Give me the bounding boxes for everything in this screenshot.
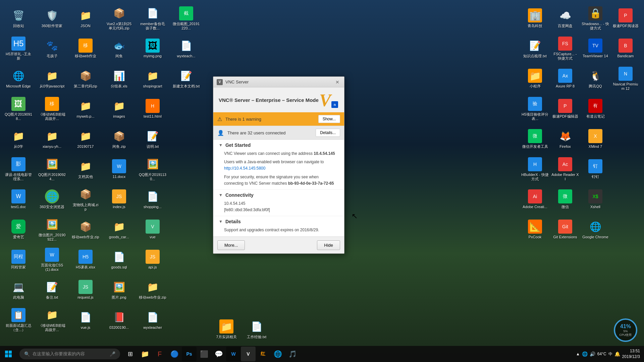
desktop-icon-images[interactable]: 📁 images	[104, 94, 134, 124]
desktop-icon-jisupdf2[interactable]: P 极速PDF阅读器	[610, 3, 641, 34]
desktop-icon-qqimg2[interactable]: 🖼️ QQ图片20191130...	[138, 154, 168, 184]
desktop-icon-hbuilderx[interactable]: H HBuilderX - 快捷方式	[520, 154, 550, 184]
desktop-icon-json[interactable]: 📁 JSON	[70, 3, 101, 34]
desktop-icon-newtxt[interactable]: 📝 新建文本文档.txt	[171, 64, 201, 94]
desktop-icon-jisupdf[interactable]: P 极速PDF编辑器	[550, 94, 580, 124]
desktop-icon-wendanqi[interactable]: 📁 文档其他	[70, 154, 101, 184]
desktop-icon-qq[interactable]: 🐧 腾讯QQ	[580, 64, 610, 94]
desktop-icon-h5kaiban[interactable]: H5 H5开班礼 -王永新	[3, 34, 34, 64]
desktop-icon-computer[interactable]: 💻 此电脑	[3, 275, 34, 305]
desktop-icon-yidongwork2[interactable]: 移 移动web作业	[70, 34, 101, 64]
desktop-icon-zhishi[interactable]: 📝 知识点梳理.txt	[520, 34, 550, 64]
desktop-icon-edge[interactable]: 🌐 Microsoft Edge	[3, 64, 34, 94]
desktop-icon-vuejs[interactable]: 📄 vue.js	[70, 305, 101, 335]
taskbar-filezilla[interactable]: F	[152, 347, 167, 361]
desktop-icon-goodscar[interactable]: 📁 goods_car...	[104, 215, 134, 245]
get-started-header[interactable]: ▼ Get Started	[219, 142, 339, 148]
desktop-icon-request[interactable]: JS request.js	[70, 275, 101, 305]
desktop-icon-yidong[interactable]: 📁 《移动WEB前端高级开...	[37, 305, 67, 335]
taskbar-search[interactable]: 🔍 在这里输入你要搜索的内容 🎤	[19, 349, 120, 359]
desktop-icon-pdf03[interactable]: 📕 03200190...	[104, 305, 134, 335]
desktop-icon-xshell[interactable]: X$ Xshell	[580, 184, 610, 215]
taskbar-music[interactable]: 🎵	[285, 347, 300, 361]
desktop-icon-yidongweb2[interactable]: 移 《移动WEB前端高级开...	[37, 94, 67, 124]
desktop-icon-git[interactable]: Git Git Extensions	[550, 215, 580, 245]
desktop-icon-360manager[interactable]: 🛡️ 360软件管家	[37, 3, 67, 34]
desktop-icon-adobe[interactable]: Ai Adobe Creati...	[520, 184, 550, 215]
desktop-icon-vuefile[interactable]: V vue	[138, 215, 168, 245]
desktop-icon-fscapture[interactable]: FS FSCapture... - 快捷方式	[550, 34, 580, 64]
vnc-close-button[interactable]: ✕	[334, 79, 341, 85]
desktop-icon-date717[interactable]: 📁 20190717	[70, 124, 101, 154]
desktop-icon-qingdao[interactable]: 🏢 青岛科技	[520, 3, 550, 34]
desktop-icon-code2[interactable]: 📦 第二章代码zip	[70, 64, 101, 94]
details-header[interactable]: ▼ Details	[219, 219, 339, 224]
taskbar-ime[interactable]: 中	[608, 351, 612, 357]
desktop-icon-wyxteach[interactable]: 📄 wyxteach...	[171, 34, 201, 64]
taskbar-notify-icon[interactable]: 🔔	[614, 351, 620, 357]
vnc-details-button[interactable]: Details...	[316, 129, 340, 137]
task-view-button[interactable]: ⊞	[123, 347, 138, 361]
desktop-icon-firefox[interactable]: 🦊 Firefox	[550, 124, 580, 154]
desktop-icon-teamviewer[interactable]: TV TeamViewer 14	[580, 34, 610, 64]
taskbar-explorer[interactable]: 📁	[138, 347, 152, 361]
desktop-icon-shopping[interactable]: 📄 shopping...	[138, 184, 168, 215]
desktop-icon-apijs[interactable]: JS api.js	[138, 245, 168, 275]
desktop-icon-7yrealtraining[interactable]: 📁 7月实训相关	[211, 314, 241, 345]
desktop-icon-tongcheng[interactable]: 同程 同程管家	[3, 245, 34, 275]
desktop-icon-h5validate[interactable]: 验 H5项目验收评分表...	[520, 94, 550, 124]
taskbar-wechat[interactable]: 💬	[211, 347, 226, 361]
desktop-icon-qqimg1[interactable]: 🖼️ QQ图片20190924...	[37, 154, 67, 184]
desktop-icon-googlechrome[interactable]: 🌐 Google Chrome	[580, 215, 610, 245]
taskbar-speaker-icon[interactable]: 🔊	[590, 351, 595, 357]
taskbar-vscode[interactable]: ⬛	[197, 347, 211, 361]
desktop-icon-dingding[interactable]: 钉 钉钉	[580, 154, 610, 184]
vnc-hide-button[interactable]: Hide	[317, 240, 340, 250]
desktop-icon-kecheng[interactable]: 影 课设-在线电影管理系...	[3, 154, 34, 184]
taskbar-arrow-up[interactable]: ▲	[576, 352, 580, 356]
desktop-icon-pxcook[interactable]: 📐 PxCook	[520, 215, 550, 245]
vnc-show-button[interactable]: Show...	[318, 115, 340, 123]
desktop-icon-yidongweb3[interactable]: 📁 移动web作业.zip	[138, 275, 168, 305]
desktop-icon-adobereader[interactable]: Ac Adobe Reader XI	[550, 154, 580, 184]
mic-icon[interactable]: 🎤	[110, 351, 115, 357]
desktop-icon-congtou[interactable]: 📁 从0学	[3, 124, 34, 154]
desktop-icon-wechatjpg[interactable]: 截 微信截图_20191220...	[171, 3, 201, 34]
desktop-icon-360browser[interactable]: 🌐 360安全浏览器	[37, 184, 67, 215]
desktop-icon-fengebiaoexcel[interactable]: 📊 分组表.xls	[104, 64, 134, 94]
vnc-more-button[interactable]: More...	[217, 240, 245, 250]
taskbar-photoshop[interactable]: Ps	[182, 347, 197, 361]
desktop-icon-indexjs[interactable]: JS index.js	[104, 184, 134, 215]
desktop-icon-yemianhua[interactable]: W 页面化妆CSS(1).docx	[37, 245, 67, 275]
desktop-icon-11doc[interactable]: W 11.docx	[104, 154, 134, 184]
desktop-icon-member[interactable]: 📄 member备份毛孩子数...	[138, 3, 168, 34]
get-started-url[interactable]: http://10.4.54.145:5800	[224, 166, 265, 171]
vnc-dialog[interactable]: V VNC Server ✕ VNC® Server – Enterprise …	[213, 76, 344, 254]
desktop-icon-wechatimg[interactable]: 🖼️ 微信图片_20190922...	[37, 215, 67, 245]
desktop-icon-qianmian[interactable]: 📋 前面面试题汇总（含...）	[3, 305, 34, 335]
desktop-icon-xianyu[interactable]: 🐟 闲鱼	[104, 34, 134, 64]
desktop-icon-test11html[interactable]: H test11.html	[138, 94, 168, 124]
desktop-icon-worktxt[interactable]: 📄 工作经验.txt	[241, 314, 272, 345]
desktop-icon-myweb[interactable]: 📁 myweb.p...	[70, 94, 101, 124]
desktop-icon-goodssql[interactable]: 📄 goods.sql	[104, 245, 134, 275]
desktop-icon-tupian[interactable]: 🖼️ 图片.png	[104, 275, 134, 305]
desktop-icon-shopingcart[interactable]: 📁 shopingcart	[138, 64, 168, 94]
desktop-icon-yidongwork[interactable]: 📦 移动web作业.zip	[70, 215, 101, 245]
desktop-icon-iqiyi[interactable]: 爱 爱奇艺	[3, 215, 34, 245]
desktop-icon-test1[interactable]: W test1.doc	[3, 184, 34, 215]
taskbar-vnc[interactable]: V	[241, 347, 256, 361]
taskbar-word[interactable]: W	[226, 347, 241, 361]
desktop-icon-xmind[interactable]: X XMind 7	[580, 124, 610, 154]
start-button[interactable]	[0, 346, 17, 362]
desktop-icon-axure[interactable]: Ax Axure RP 8	[550, 64, 580, 94]
desktop-icon-baiduyun[interactable]: ☁️ 百度网盘	[550, 3, 580, 34]
desktop-icon-bandicam[interactable]: B Bandicam	[610, 34, 641, 64]
desktop-icon-xiaocheng[interactable]: 📁 小程序	[520, 64, 550, 94]
desktop-icon-qqimg3[interactable]: 🖼 QQ图片20190918...	[3, 94, 34, 124]
desktop-icon-navicat[interactable]: N Navicat Premium 12	[610, 64, 641, 94]
desktop-icon-xianyu2[interactable]: 📁 xianyu-yh...	[37, 124, 67, 154]
taskbar-chrome[interactable]: 🌐	[270, 347, 285, 361]
desktop-icon-myimg[interactable]: 🖼 myimg.png	[138, 34, 168, 64]
desktop-icon-maohz[interactable]: 🐾 毛孩子	[37, 34, 67, 64]
